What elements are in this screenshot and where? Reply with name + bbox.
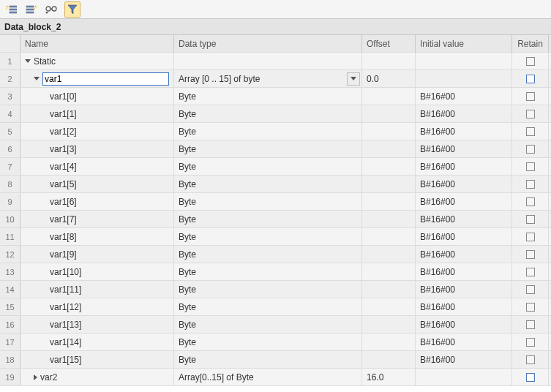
chevron-down-icon[interactable] bbox=[34, 77, 40, 80]
cell-name[interactable]: var1[9] bbox=[20, 246, 174, 263]
cell-name[interactable]: var1[8] bbox=[20, 228, 174, 245]
cell-datatype[interactable]: Byte bbox=[174, 316, 362, 333]
cell-datatype[interactable]: Byte bbox=[174, 158, 362, 175]
table-row[interactable]: 13var1[10]ByteB#16#00 bbox=[0, 263, 551, 281]
retain-checkbox[interactable] bbox=[526, 373, 535, 382]
cell-initial-value[interactable]: B#16#00 bbox=[416, 88, 512, 105]
cell-initial-value[interactable]: B#16#00 bbox=[416, 281, 512, 298]
table-row[interactable]: 19var2Array[0..15] of Byte16.0 bbox=[0, 369, 551, 386]
table-row[interactable]: 7var1[4]ByteB#16#00 bbox=[0, 158, 551, 176]
header-datatype[interactable]: Data type bbox=[174, 35, 362, 52]
row-number[interactable]: 16 bbox=[0, 316, 20, 333]
cell-name[interactable]: var1[13] bbox=[20, 316, 174, 333]
cell-initial-value[interactable]: B#16#00 bbox=[416, 333, 512, 350]
chevron-down-icon[interactable] bbox=[25, 59, 31, 63]
cell-name[interactable]: var1[14] bbox=[20, 333, 174, 350]
cell-name[interactable]: var1[3] bbox=[20, 140, 174, 157]
row-number[interactable]: 4 bbox=[0, 105, 20, 122]
row-number[interactable]: 7 bbox=[0, 158, 20, 175]
row-number[interactable]: 3 bbox=[0, 88, 20, 105]
cell-initial-value[interactable] bbox=[416, 369, 512, 385]
datatype-dropdown-button[interactable] bbox=[347, 72, 360, 86]
cell-initial-value[interactable]: B#16#00 bbox=[416, 105, 512, 122]
cell-datatype[interactable]: Byte bbox=[174, 193, 362, 210]
row-number[interactable]: 18 bbox=[0, 351, 20, 368]
table-row[interactable]: 11var1[8]ByteB#16#00 bbox=[0, 228, 551, 246]
toolbar-btn-insert-row[interactable] bbox=[23, 1, 40, 18]
cell-name[interactable]: var2 bbox=[20, 369, 174, 385]
table-row[interactable]: 15var1[12]ByteB#16#00 bbox=[0, 298, 551, 316]
row-number[interactable]: 8 bbox=[0, 176, 20, 192]
row-number[interactable]: 1 bbox=[0, 53, 20, 69]
toolbar-btn-filter[interactable] bbox=[64, 1, 80, 18]
cell-datatype[interactable]: Byte bbox=[174, 211, 362, 227]
cell-name[interactable]: var1[7] bbox=[20, 211, 174, 227]
table-row[interactable]: 10var1[7]ByteB#16#00 bbox=[0, 211, 551, 228]
row-number[interactable]: 12 bbox=[0, 246, 20, 263]
table-row[interactable]: 2Array [0 .. 15] of byte0.0 bbox=[0, 70, 551, 88]
cell-datatype[interactable] bbox=[174, 53, 362, 69]
cell-datatype[interactable]: Byte bbox=[174, 123, 362, 140]
cell-datatype[interactable]: Byte bbox=[174, 281, 362, 298]
cell-name[interactable]: var1[0] bbox=[20, 88, 174, 105]
cell-name[interactable]: var1[12] bbox=[20, 298, 174, 315]
header-offset[interactable]: Offset bbox=[362, 35, 416, 52]
table-row[interactable]: 8var1[5]ByteB#16#00 bbox=[0, 176, 551, 193]
row-number[interactable]: 10 bbox=[0, 211, 20, 227]
cell-initial-value[interactable]: B#16#00 bbox=[416, 123, 512, 140]
table-row[interactable]: 5var1[2]ByteB#16#00 bbox=[0, 123, 551, 140]
table-row[interactable]: 18var1[15]ByteB#16#00 bbox=[0, 351, 551, 369]
toolbar-btn-expand-view[interactable] bbox=[44, 1, 60, 18]
cell-name[interactable] bbox=[20, 70, 174, 87]
row-number[interactable]: 5 bbox=[0, 123, 20, 140]
header-retain[interactable]: Retain bbox=[512, 35, 549, 52]
cell-name[interactable]: var1[5] bbox=[20, 176, 174, 192]
toolbar-btn-new-row[interactable] bbox=[3, 1, 19, 18]
cell-initial-value[interactable]: B#16#00 bbox=[416, 176, 512, 192]
cell-initial-value[interactable]: B#16#00 bbox=[416, 193, 512, 210]
header-name[interactable]: Name bbox=[20, 35, 174, 52]
cell-datatype[interactable]: Byte bbox=[174, 88, 362, 105]
name-input[interactable] bbox=[42, 72, 169, 86]
cell-name[interactable]: Static bbox=[20, 53, 174, 69]
cell-datatype[interactable]: Array [0 .. 15] of byte bbox=[174, 70, 362, 87]
cell-initial-value[interactable] bbox=[416, 70, 512, 87]
chevron-right-icon[interactable] bbox=[34, 374, 37, 380]
cell-initial-value[interactable] bbox=[416, 53, 512, 69]
table-row[interactable]: 1Static bbox=[0, 53, 551, 70]
row-number[interactable]: 19 bbox=[0, 369, 20, 385]
row-number[interactable]: 9 bbox=[0, 193, 20, 210]
row-number[interactable]: 2 bbox=[0, 70, 20, 87]
cell-initial-value[interactable]: B#16#00 bbox=[416, 263, 512, 280]
cell-name[interactable]: var1[1] bbox=[20, 105, 174, 122]
cell-initial-value[interactable]: B#16#00 bbox=[416, 316, 512, 333]
table-row[interactable]: 14var1[11]ByteB#16#00 bbox=[0, 281, 551, 298]
cell-datatype[interactable]: Byte bbox=[174, 176, 362, 192]
cell-initial-value[interactable]: B#16#00 bbox=[416, 211, 512, 227]
cell-datatype[interactable]: Byte bbox=[174, 298, 362, 315]
table-row[interactable]: 9var1[6]ByteB#16#00 bbox=[0, 193, 551, 211]
cell-name[interactable]: var1[2] bbox=[20, 123, 174, 140]
cell-datatype[interactable]: Byte bbox=[174, 263, 362, 280]
cell-datatype[interactable]: Byte bbox=[174, 351, 362, 368]
table-row[interactable]: 16var1[13]ByteB#16#00 bbox=[0, 316, 551, 333]
cell-name[interactable]: var1[11] bbox=[20, 281, 174, 298]
row-number[interactable]: 14 bbox=[0, 281, 20, 298]
cell-initial-value[interactable]: B#16#00 bbox=[416, 298, 512, 315]
table-row[interactable]: 3var1[0]ByteB#16#00 bbox=[0, 88, 551, 105]
row-number[interactable]: 6 bbox=[0, 140, 20, 157]
row-number[interactable]: 15 bbox=[0, 298, 20, 315]
row-number[interactable]: 13 bbox=[0, 263, 20, 280]
retain-checkbox[interactable] bbox=[526, 75, 535, 83]
cell-name[interactable]: var1[15] bbox=[20, 351, 174, 368]
cell-datatype[interactable]: Byte bbox=[174, 140, 362, 157]
cell-datatype[interactable]: Byte bbox=[174, 246, 362, 263]
cell-name[interactable]: var1[4] bbox=[20, 158, 174, 175]
table-row[interactable]: 12var1[9]ByteB#16#00 bbox=[0, 246, 551, 263]
cell-datatype[interactable]: Byte bbox=[174, 333, 362, 350]
table-row[interactable]: 17var1[14]ByteB#16#00 bbox=[0, 333, 551, 351]
cell-name[interactable]: var1[6] bbox=[20, 193, 174, 210]
cell-name[interactable]: var1[10] bbox=[20, 263, 174, 280]
table-row[interactable]: 6var1[3]ByteB#16#00 bbox=[0, 140, 551, 158]
cell-datatype[interactable]: Byte bbox=[174, 105, 362, 122]
